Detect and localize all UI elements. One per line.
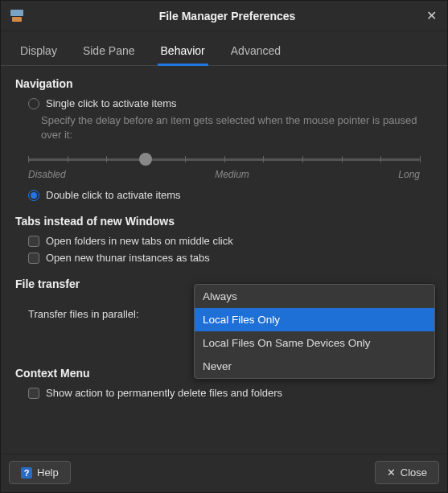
- double-click-radio[interactable]: [28, 190, 39, 201]
- titlebar: File Manager Preferences ✕: [1, 1, 447, 31]
- perm-delete-row[interactable]: Show action to permanently delete files …: [15, 384, 433, 401]
- app-icon: [9, 8, 25, 24]
- delay-help-text: Specify the delay before an item gets se…: [15, 112, 433, 146]
- close-button[interactable]: ✕ Close: [375, 461, 439, 484]
- perm-delete-checkbox[interactable]: [28, 388, 39, 399]
- slider-thumb[interactable]: [139, 153, 152, 166]
- window-close-button[interactable]: ✕: [423, 8, 439, 23]
- help-button-label: Help: [37, 466, 59, 479]
- new-instances-row[interactable]: Open new thunar instances as tabs: [15, 249, 433, 266]
- tab-behavior[interactable]: Behavior: [158, 39, 208, 66]
- perm-delete-label: Show action to permanently delete files …: [46, 387, 282, 399]
- transfer-parallel-dropdown[interactable]: Always Local Files Only Local Files On S…: [194, 284, 435, 379]
- new-instances-checkbox[interactable]: [28, 253, 39, 264]
- dropdown-option-always[interactable]: Always: [195, 285, 434, 308]
- section-tabs-windows: Tabs instead of new Windows Open folders…: [15, 215, 433, 266]
- section-file-transfer: File transfer Transfer files in parallel…: [15, 277, 433, 320]
- close-icon: ✕: [387, 466, 396, 479]
- single-click-label: Single click to activate items: [46, 97, 177, 109]
- dropdown-option-local-only[interactable]: Local Files Only: [195, 308, 434, 331]
- double-click-label: Double click to activate items: [46, 189, 181, 201]
- tab-side-pane[interactable]: Side Pane: [80, 39, 138, 65]
- content-pane: Navigation Single click to activate item…: [1, 66, 447, 454]
- double-click-row[interactable]: Double click to activate items: [15, 187, 433, 203]
- close-button-label: Close: [401, 466, 427, 479]
- middle-click-row[interactable]: Open folders in new tabs on middle click: [15, 232, 433, 249]
- dropdown-option-never[interactable]: Never: [195, 355, 434, 378]
- single-click-radio[interactable]: [28, 98, 39, 109]
- transfer-parallel-label: Transfer files in parallel:: [28, 308, 139, 320]
- dialog-footer: ? Help ✕ Close: [1, 454, 447, 492]
- middle-click-checkbox[interactable]: [28, 236, 39, 247]
- delay-slider[interactable]: Disabled Medium Long: [15, 146, 433, 180]
- navigation-title: Navigation: [15, 77, 433, 90]
- help-button[interactable]: ? Help: [9, 461, 71, 484]
- new-instances-label: Open new thunar instances as tabs: [46, 252, 210, 264]
- slider-label-mid: Medium: [215, 169, 249, 180]
- preferences-window: File Manager Preferences ✕ Display Side …: [0, 0, 448, 493]
- svg-rect-0: [10, 10, 23, 16]
- slider-label-min: Disabled: [28, 169, 66, 180]
- middle-click-label: Open folders in new tabs on middle click: [46, 235, 233, 247]
- tab-display[interactable]: Display: [17, 39, 60, 65]
- tabs-windows-title: Tabs instead of new Windows: [15, 215, 433, 228]
- tabs-bar: Display Side Pane Behavior Advanced: [1, 31, 447, 66]
- window-title: File Manager Preferences: [31, 10, 423, 23]
- single-click-row[interactable]: Single click to activate items: [15, 95, 433, 112]
- section-navigation: Navigation Single click to activate item…: [15, 77, 433, 203]
- dropdown-option-same-device[interactable]: Local Files On Same Devices Only: [195, 331, 434, 355]
- svg-rect-1: [12, 17, 22, 22]
- slider-label-max: Long: [398, 169, 420, 180]
- tab-advanced[interactable]: Advanced: [228, 39, 284, 65]
- help-icon: ?: [21, 467, 32, 479]
